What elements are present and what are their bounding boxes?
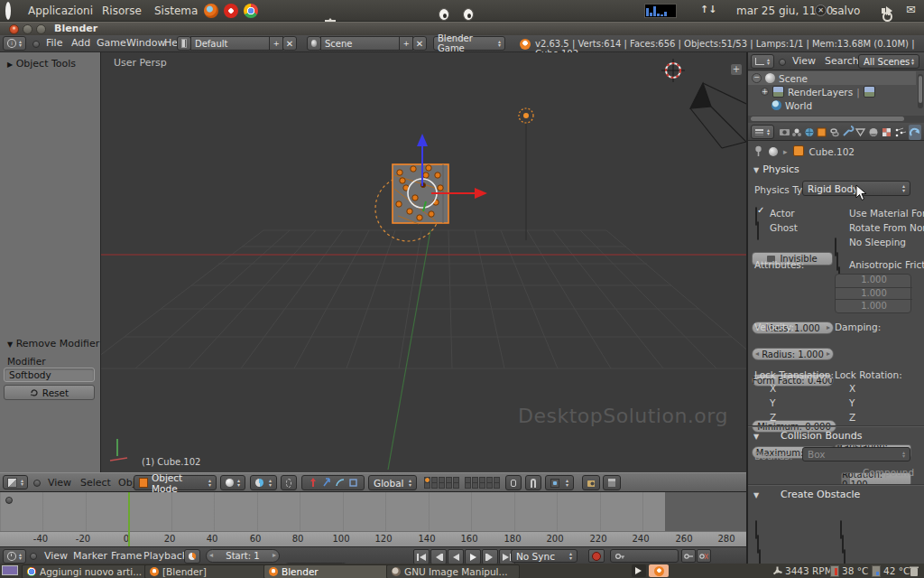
create-obstacle-panel-header[interactable]: ▼ [753,489,762,500]
task-gimp[interactable]: GNU Image Manipul... [386,564,520,578]
aniso-z-field[interactable]: 1.000 [836,301,912,313]
layout-delete-button[interactable]: ✕ [282,36,297,51]
collapse-icon[interactable]: − [752,73,762,83]
play-button[interactable] [465,549,481,564]
outliner-item-world[interactable]: World [772,98,812,112]
frame-start-field[interactable]: ◂Start: 1▸ [206,549,280,563]
menu-view-outliner[interactable]: View [786,55,822,67]
workspace-switcher[interactable] [2,565,18,575]
timeline-strip[interactable] [0,492,746,531]
camera-object[interactable] [690,83,746,148]
renderlayer-toggle-icon[interactable] [864,86,875,98]
task-blender-file[interactable]: [Blender] [144,564,271,578]
chrome-launcher-icon[interactable] [244,4,258,18]
cpu-temp-sensor[interactable]: 38 °C [830,564,868,577]
ubuntu-logo-icon[interactable] [5,5,11,17]
menu-applications[interactable]: Applicazioni [20,0,101,22]
window-minimize-button[interactable] [23,24,32,34]
pivot-dropdown[interactable] [250,475,277,490]
snap-element-dropdown[interactable] [545,475,574,490]
menu-system[interactable]: Sistema [146,0,206,22]
render-anim-button[interactable] [603,475,621,490]
scene-crumb-icon[interactable] [769,143,778,160]
jump-to-start-button[interactable] [413,549,430,564]
outliner-vscrollbar[interactable] [918,74,923,108]
user-menu[interactable]: salvo [832,5,860,17]
mail-icon[interactable]: ✉ [906,3,916,16]
arc-icon[interactable] [336,478,345,488]
task-chrome[interactable]: Aggiungi nuovo arti... [22,564,152,578]
task-blender-active[interactable]: Blender [263,564,393,578]
expand-icon[interactable]: + [761,88,769,96]
editor-type-button-outliner[interactable] [751,54,774,69]
screen-layout-selector[interactable]: Default ＋ ✕ [177,36,297,51]
current-frame-marker[interactable] [128,492,130,546]
orientation-dropdown[interactable]: Global [368,475,417,490]
radius-slider[interactable]: ◂Radius: 1.000▸ [752,348,834,360]
manipulator-buttons[interactable] [301,475,365,490]
scale-icon[interactable] [349,478,358,488]
playback-controls[interactable] [413,549,515,564]
system-monitor-applet[interactable] [644,4,677,18]
region-expand-button[interactable]: + [730,63,743,76]
snap-magnet-toggle[interactable] [525,475,541,490]
collapse-menus-toggle[interactable] [32,41,40,48]
fan-sensor[interactable]: 3443 RPM [772,564,833,577]
collision-bounds-panel-header[interactable]: ▼ [753,430,762,442]
reset-button[interactable]: Reset [4,385,95,400]
scene-selector[interactable]: Scene ＋ ✕ [307,36,427,51]
window-close-button[interactable] [9,24,19,34]
sync-dropdown[interactable]: No Sync [511,549,578,563]
firefox-launcher-icon[interactable] [204,4,218,18]
translate-icon[interactable] [309,478,318,488]
remove-modifier-panel-header[interactable]: ▼ Remove Modifier [7,338,99,350]
physics-panel-header[interactable]: ▼Physics [753,163,799,175]
opera-launcher-icon[interactable] [224,4,238,18]
tray-blender-icon[interactable] [649,564,669,577]
frames-seconds-toggle[interactable] [184,549,200,564]
collapse-menus-toggle-3dview[interactable] [33,480,41,487]
mode-dropdown[interactable]: Object Mode [134,475,217,490]
editor-type-button[interactable]: i [3,36,26,51]
rotate-icon[interactable] [322,478,331,488]
volume-icon[interactable] [882,6,892,15]
properties-tab-row[interactable] [779,125,921,140]
prev-keyframe-button[interactable] [430,549,447,564]
collapse-menus-toggle-outliner[interactable] [779,59,786,66]
menu-places[interactable]: Risorse [94,0,150,22]
editor-type-button-timeline[interactable] [3,549,26,564]
timeline-region-button[interactable] [5,497,13,504]
keying-set-field[interactable] [610,549,679,563]
scene-add-button[interactable]: ＋ [399,36,413,51]
gpu-temp-sensor[interactable]: 42 °C [872,564,910,577]
collapse-menus-toggle-timeline[interactable] [30,553,37,560]
window-maximize-button[interactable] [36,24,46,34]
ghost-checkbox[interactable] [757,221,759,240]
lamp-object[interactable] [519,108,533,123]
viewport-3d[interactable]: User Persp + DesktopSolution.org (1) Cub… [101,52,746,472]
play-reverse-button[interactable] [448,549,464,564]
manipulate-centers-toggle[interactable] [281,475,297,490]
editor-type-button-3dview[interactable] [3,475,28,489]
pin-icon[interactable] [753,145,763,157]
insert-keyframe-button[interactable] [681,549,696,563]
user-status-icon[interactable]: ✕ [815,5,827,16]
object-crumb-icon[interactable] [793,143,804,160]
next-keyframe-button[interactable] [482,549,498,564]
record-button[interactable] [588,549,605,563]
delete-keyframe-button[interactable] [697,549,711,563]
outliner-hscrollbar[interactable] [748,116,924,123]
lock-to-scene-toggle[interactable] [505,475,522,490]
layers-widget[interactable] [424,477,500,489]
aniso-y-field[interactable]: 1.000 [836,287,912,300]
trash-icon[interactable] [909,565,919,576]
outliner-item-renderlayers[interactable]: + RenderLayers | [761,85,875,98]
tray-show-desktop-icon[interactable] [632,564,646,577]
timeline-ruler[interactable]: -40 -20 0 20 40 60 80 100 120 140 160 18… [0,531,746,546]
scene-name-field[interactable]: Scene [320,36,400,51]
layout-name-field[interactable]: Default [190,36,270,51]
viewport-shading-dropdown[interactable] [220,475,245,490]
render-opengl-button[interactable] [582,475,600,490]
scene-delete-button[interactable]: ✕ [412,36,427,51]
editor-type-button-properties[interactable] [751,125,774,139]
